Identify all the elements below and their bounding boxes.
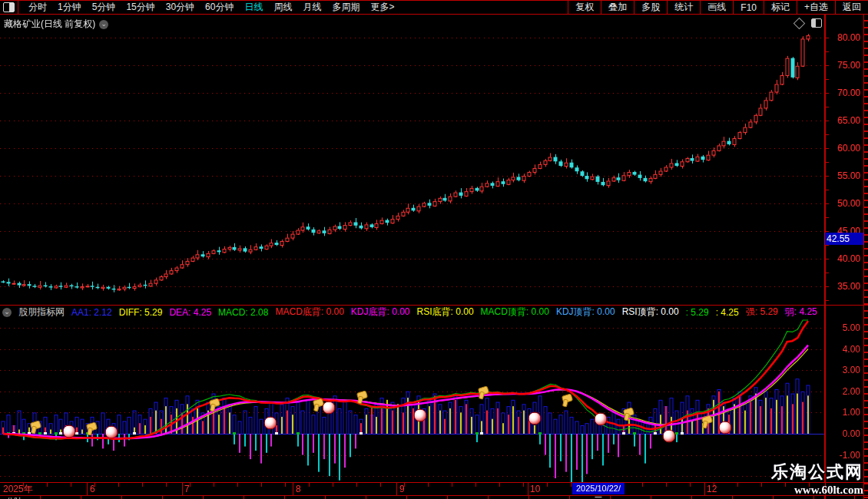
month-divider: [528, 483, 528, 495]
x-axis-ticks: [0, 483, 825, 487]
indicator-name[interactable]: 股朋指标网: [18, 306, 65, 319]
hand-signal-icon: [476, 386, 489, 398]
month-label-8[interactable]: 8: [296, 484, 301, 494]
toolbar-button-画线[interactable]: 画线: [700, 1, 733, 14]
toolbar-button-标记[interactable]: 标记: [764, 1, 797, 14]
toolbar-button-复权[interactable]: 复权: [568, 1, 601, 14]
toolbar-divider: [18, 1, 18, 14]
hand-signal-icon: [84, 422, 97, 435]
hand-signal-icon: [311, 398, 323, 411]
month-label-2025年[interactable]: 2025年: [3, 484, 33, 494]
hand-signal-icon: [621, 408, 634, 420]
indicator-field-12: 强: 5.29: [746, 306, 778, 319]
indicator-field-8: KDJ顶背: 0.00: [556, 306, 615, 319]
month-divider: [182, 483, 183, 495]
ball-signal-icon: [105, 426, 118, 439]
indicator-field-3: MACD: 2.08: [218, 307, 268, 318]
indicator-field-0: AA1: 2.12: [71, 307, 112, 318]
bottom-strip: 分时: [0, 496, 868, 499]
period-tab-周线[interactable]: 周线: [268, 1, 297, 14]
month-divider: [704, 483, 705, 495]
period-tab-月线[interactable]: 月线: [297, 1, 326, 14]
ball-signal-icon: [323, 402, 336, 415]
toolbar-button-F10[interactable]: F10: [733, 1, 764, 14]
period-tab-更多>[interactable]: 更多>: [365, 1, 399, 14]
indicator-field-11: : 4.25: [716, 307, 739, 318]
toolbar-button-多股[interactable]: 多股: [634, 1, 667, 14]
ball-signal-icon: [264, 417, 277, 430]
period-tab-多周期[interactable]: 多周期: [326, 1, 365, 14]
collapse-indicator-icon[interactable]: ⌄: [2, 308, 12, 317]
indicator-field-4: MACD底背: 0.00: [275, 306, 343, 319]
hand-signal-icon: [355, 391, 367, 403]
indicator-header: ⌄ 股朋指标网 AA1: 2.12DIFF: 5.29DEA: 4.25MACD…: [2, 306, 817, 318]
indicator-field-5: KDJ底背: 0.00: [351, 306, 410, 319]
ball-signal-icon: [663, 430, 676, 443]
indicator-field-9: RSI顶背: 0.00: [622, 306, 679, 319]
stock-title: 藏格矿业(日线 前复权): [4, 18, 95, 31]
indicator-label-3.00: 3.00: [843, 365, 860, 375]
top-toolbar: 分时1分钟5分钟15分钟30分钟60分钟日线周线月线多周期更多> 复权叠加多股统…: [0, 0, 868, 15]
ball-signal-icon: [595, 413, 608, 426]
indicator-label-5.00: 5.00: [843, 322, 860, 333]
title-right-icons: [795, 18, 822, 28]
month-label-7[interactable]: 7: [184, 484, 190, 494]
period-tabs: 分时1分钟5分钟15分钟30分钟60分钟日线周线月线多周期更多>: [23, 1, 399, 14]
hand-signal-icon: [560, 394, 572, 406]
indicator-axis: 5.004.003.002.001.000.00-1.00: [826, 0, 863, 499]
indicator-label-1.00: 1.00: [843, 407, 860, 418]
indicator-label-0.00: 0.00: [843, 428, 860, 439]
chart-title-row: 藏格矿业(日线 前复权) ⌄: [4, 18, 108, 31]
cursor-date-badge: 2025/10/22/三: [572, 483, 624, 494]
indicator-field-10: : 5.29: [686, 307, 709, 318]
hand-signal-icon: [700, 415, 712, 428]
indicator-field-7: MACD顶背: 0.00: [481, 306, 549, 319]
indicator-field-1: DIFF: 5.29: [119, 307, 163, 318]
period-tab-日线[interactable]: 日线: [239, 1, 268, 14]
ball-signal-icon: [414, 409, 427, 422]
right-tick-ruler: [864, 15, 868, 499]
month-divider: [87, 483, 88, 495]
indicator-label--1.00: -1.00: [840, 450, 860, 461]
toolbar-right-buttons: 复权叠加多股统计画线F10标记+自选返回: [568, 1, 868, 14]
period-tab-分时[interactable]: 分时: [23, 1, 52, 14]
toolbar-button-叠加[interactable]: 叠加: [601, 1, 634, 14]
diamond-icon[interactable]: [793, 17, 806, 29]
window-split-icon[interactable]: [3, 2, 15, 12]
ball-signal-icon: [719, 421, 732, 435]
hand-signal-icon: [28, 421, 41, 433]
period-tab-30分钟[interactable]: 30分钟: [161, 1, 200, 14]
period-tab-5分钟[interactable]: 5分钟: [87, 1, 121, 14]
toolbar-button-统计[interactable]: 统计: [667, 1, 700, 14]
watermark-url: www.60lt.com: [771, 484, 863, 497]
main-candle-canvas[interactable]: [0, 15, 825, 305]
chevron-down-icon[interactable]: ⌄: [99, 20, 108, 29]
hand-signal-icon: [207, 398, 220, 411]
ball-signal-icon: [528, 412, 542, 425]
indicator-label-4.00: 4.00: [843, 344, 860, 355]
watermark: 乐淘公式网 www.60lt.com: [771, 461, 863, 497]
bottom-strip-text: 分时: [6, 496, 22, 499]
x-axis: 2025/10/22/三 2025年67891012: [0, 483, 825, 495]
price-marker-badge: 42.55: [825, 233, 863, 245]
watermark-site-name: 乐淘公式网: [771, 461, 863, 484]
period-tab-1分钟[interactable]: 1分钟: [52, 1, 87, 14]
month-label-6[interactable]: 6: [90, 484, 95, 494]
period-tab-15分钟[interactable]: 15分钟: [121, 1, 160, 14]
indicator-field-13: 弱: 4.25: [785, 306, 817, 319]
period-tab-60分钟[interactable]: 60分钟: [200, 1, 239, 14]
indicator-field-2: DEA: 4.25: [169, 307, 211, 318]
month-label-9[interactable]: 9: [399, 484, 405, 494]
month-divider: [396, 483, 397, 495]
indicator-field-6: RSI底背: 0.00: [417, 306, 474, 319]
month-label-10[interactable]: 10: [530, 484, 540, 494]
month-divider: [293, 483, 293, 495]
indicator-canvas[interactable]: [0, 319, 825, 482]
month-label-12[interactable]: 12: [707, 484, 717, 494]
ball-signal-icon: [63, 425, 76, 438]
panel-toggle-icon[interactable]: [811, 18, 822, 28]
indicator-label-2.00: 2.00: [843, 386, 860, 397]
